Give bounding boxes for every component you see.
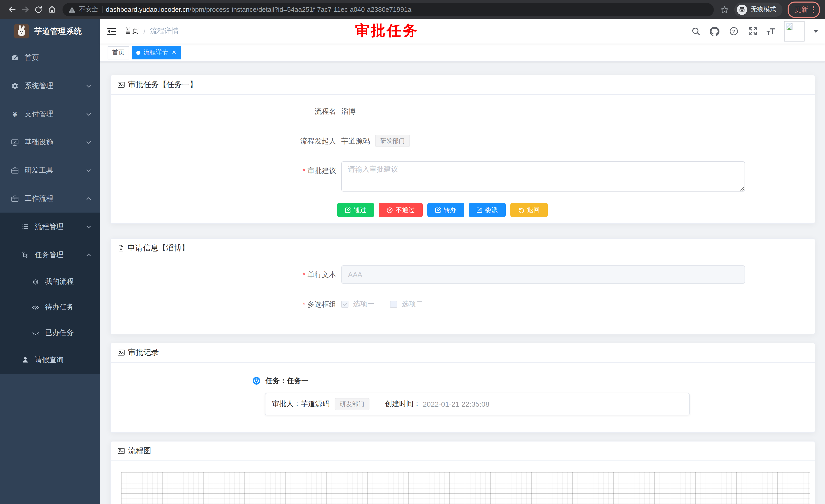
checkbox-option2[interactable]: 选项二 [390, 300, 423, 309]
gear-icon [11, 82, 19, 90]
incognito-icon [737, 4, 747, 15]
chevron-down-icon [86, 83, 92, 89]
tree-icon [21, 251, 29, 259]
avatar[interactable] [784, 21, 805, 41]
sidebar-item-label: 待办任务 [45, 303, 92, 312]
breadcrumb-home[interactable]: 首页 [125, 27, 139, 36]
sidebar-collapse-icon[interactable] [106, 26, 117, 36]
picture-icon [117, 447, 125, 455]
face-icon [31, 278, 40, 286]
form-row-initiator: 流程发起人 芋道源码 研发部门 [111, 132, 815, 150]
card-title: 审批任务【任务一】 [128, 80, 197, 90]
field-label: *多选框组 [111, 295, 341, 314]
security-label: 不安全 [79, 5, 98, 14]
card-body: 流程名 滔博 流程发起人 芋道源码 研发部门 *审批建议 [111, 95, 815, 223]
initiator-value: 芋道源码 研发部门 [341, 132, 410, 150]
suggestion-textarea[interactable] [341, 161, 745, 191]
url-bar[interactable]: 不安全 dashboard.yudao.iocoder.cn/bpm/proce… [63, 3, 714, 16]
sidebar: 芋道管理系统 首页 系统管理 ¥ 支付管理 基础设施 [0, 19, 100, 504]
sidebar-item-label: 任务管理 [35, 250, 86, 259]
sidebar-logo[interactable]: 芋道管理系统 [0, 19, 100, 44]
help-icon[interactable]: ? [729, 26, 739, 36]
edit-icon [435, 207, 441, 213]
tags-view-bar: 首页 流程详情 ✕ [100, 44, 825, 62]
sidebar-item-leave-query[interactable]: 请假查询 [0, 346, 100, 374]
checkbox-unchecked-icon [390, 301, 397, 308]
sidebar-item-devtools[interactable]: 研发工具 [0, 156, 100, 184]
navbar-actions: ? TT [691, 21, 825, 41]
chevron-up-icon [86, 252, 92, 258]
form-row-checkbox: *多选框组 选项一 选项二 [111, 295, 815, 314]
sidebar-item-home[interactable]: 首页 [0, 44, 100, 72]
browser-update-button[interactable]: 更新 [788, 1, 820, 18]
card-title: 流程图 [128, 446, 151, 456]
card-title: 申请信息【滔博】 [128, 243, 189, 253]
bookmark-star-icon[interactable] [718, 3, 731, 16]
avatar-caret-icon[interactable] [813, 30, 818, 33]
reject-button[interactable]: 不通过 [379, 203, 423, 217]
page-content: 审批任务【任务一】 流程名 滔博 流程发起人 芋道源码 研发部门 [100, 62, 825, 504]
incognito-label: 无痕模式 [751, 5, 776, 14]
card-title: 审批记录 [128, 348, 159, 357]
sidebar-item-payment[interactable]: ¥ 支付管理 [0, 100, 100, 128]
card-body: 任务：任务一 审批人： 芋道源码 研发部门 创建时间： 2022-01-21 2… [111, 363, 815, 432]
sidebar-item-label: 流程管理 [35, 222, 86, 231]
timeline-clock-icon [253, 377, 260, 385]
sidebar-item-workflow[interactable]: 工作流程 [0, 184, 100, 213]
bpmn-canvas-grid[interactable] [122, 472, 810, 504]
sidebar-item-task-mgmt[interactable]: 任务管理 [0, 241, 100, 269]
main-area: 首页 / 流程详情 审批任务 ? TT [100, 19, 825, 504]
field-label: *单行文本 [111, 265, 341, 284]
update-label: 更新 [795, 5, 808, 14]
user-icon [21, 356, 29, 364]
home-icon[interactable] [45, 3, 58, 16]
approve-button[interactable]: 通过 [337, 203, 374, 217]
edit-icon [476, 207, 482, 213]
github-icon[interactable] [710, 26, 720, 36]
create-time-label: 创建时间： [385, 400, 421, 409]
form-row-suggestion: *审批建议 [111, 161, 815, 191]
apply-info-card: 申请信息【滔博】 *单行文本 *多选框组 [110, 238, 815, 334]
sidebar-item-process-mgmt[interactable]: 流程管理 [0, 213, 100, 241]
workflow-submenu: 流程管理 任务管理 我的流程 待办任务 [0, 213, 100, 374]
tag-process-detail[interactable]: 流程详情 ✕ [132, 46, 181, 59]
screen: 不安全 dashboard.yudao.iocoder.cn/bpm/proce… [0, 0, 825, 504]
card-header: 申请信息【滔博】 [111, 239, 815, 258]
url-divider [102, 6, 102, 13]
return-button[interactable]: 退回 [510, 203, 547, 217]
sidebar-item-system[interactable]: 系统管理 [0, 72, 100, 100]
refresh-left-icon [518, 207, 524, 213]
chevron-up-icon [86, 195, 92, 201]
sidebar-item-label: 系统管理 [24, 81, 86, 90]
logo-rabbit-image [14, 24, 29, 38]
checkbox-option1[interactable]: 选项一 [341, 300, 375, 309]
approval-record-card: 审批记录 任务：任务一 审批人： 芋道源码 研发部门 创建时间： 2022-01… [110, 343, 815, 433]
search-icon[interactable] [691, 26, 701, 36]
sidebar-item-label: 首页 [24, 53, 92, 62]
font-size-icon[interactable]: TT [767, 27, 775, 35]
transfer-button[interactable]: 转办 [427, 203, 464, 217]
tag-home[interactable]: 首页 [107, 46, 129, 59]
approver-label: 审批人： [272, 400, 301, 409]
edit-icon [345, 207, 351, 213]
card-header: 审批记录 [111, 343, 815, 363]
sidebar-item-infra[interactable]: 基础设施 [0, 128, 100, 156]
dept-tag: 研发部门 [334, 398, 369, 410]
single-line-text-input[interactable] [341, 265, 745, 284]
security-warning-icon[interactable] [69, 6, 75, 12]
process-name-value: 滔博 [341, 102, 356, 120]
reload-icon[interactable] [32, 3, 45, 16]
back-icon[interactable] [5, 3, 18, 16]
tag-close-icon[interactable]: ✕ [172, 50, 176, 55]
fullscreen-icon[interactable] [748, 26, 758, 36]
sidebar-item-label: 请假查询 [35, 355, 92, 364]
sidebar-item-done-tasks[interactable]: 已办任务 [0, 320, 100, 346]
browser-menu-icon[interactable] [813, 6, 814, 13]
sidebar-item-label: 研发工具 [24, 166, 86, 175]
delegate-button[interactable]: 委派 [469, 203, 506, 217]
forward-icon[interactable] [18, 3, 32, 16]
sidebar-item-todo-tasks[interactable]: 待办任务 [0, 295, 100, 320]
sidebar-item-my-process[interactable]: 我的流程 [0, 269, 100, 295]
app-title: 芋道管理系统 [34, 26, 82, 36]
dashboard-icon [11, 54, 19, 62]
